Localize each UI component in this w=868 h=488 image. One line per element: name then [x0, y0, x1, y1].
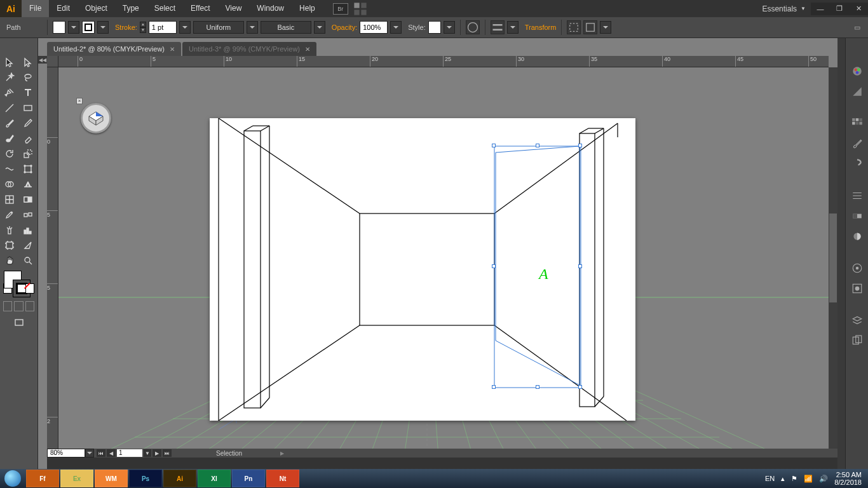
zoom-dropdown[interactable]	[85, 449, 94, 458]
menu-file[interactable]: File	[22, 0, 49, 17]
opacity-label[interactable]: Opacity:	[332, 24, 357, 31]
eraser-tool[interactable]	[19, 131, 38, 146]
close-icon[interactable]: ✕	[305, 46, 310, 53]
stroke-dropdown[interactable]	[97, 21, 109, 34]
taskbar-app-paint[interactable]: Pn	[232, 470, 265, 487]
rectangle-tool[interactable]	[19, 100, 38, 116]
draw-normal-icon[interactable]	[3, 301, 12, 311]
variable-width-dropdown[interactable]	[247, 21, 258, 34]
taskbar-app-photoshop[interactable]: Ps	[129, 470, 162, 487]
window-close[interactable]: ✕	[849, 3, 868, 15]
taskbar-app-explorer[interactable]: Ex	[60, 470, 93, 487]
taskbar-app-mediaplayer[interactable]: WM	[95, 470, 128, 487]
zoom-field[interactable]: 80%	[47, 449, 85, 458]
close-icon[interactable]: ✕	[170, 46, 175, 53]
scale-tool[interactable]	[19, 146, 38, 161]
draw-inside-icon[interactable]	[25, 301, 34, 311]
selection-handle[interactable]	[578, 264, 582, 268]
column-graph-tool[interactable]	[19, 222, 38, 238]
symbol-sprayer-tool[interactable]	[0, 222, 19, 238]
graphic-styles-panel-icon[interactable]	[850, 281, 865, 296]
selection-handle[interactable]	[492, 264, 496, 268]
selection-handle[interactable]	[536, 385, 539, 389]
menu-object[interactable]: Object	[78, 0, 115, 17]
tray-expand-icon[interactable]: ▴	[781, 475, 785, 483]
status-menu-icon[interactable]: ▶	[280, 451, 284, 456]
lasso-tool[interactable]	[19, 70, 38, 85]
selection-handle[interactable]	[578, 144, 582, 147]
magic-wand-tool[interactable]	[0, 70, 19, 85]
opacity-dropdown[interactable]	[390, 21, 402, 34]
symbols-panel-icon[interactable]	[850, 156, 865, 172]
edit-clip-icon[interactable]	[583, 20, 597, 34]
hand-tool[interactable]	[0, 253, 19, 268]
canvas-viewport[interactable]: A × ◆	[58, 67, 829, 449]
taskbar-app-firefox[interactable]: Ff	[26, 470, 59, 487]
menu-select[interactable]: Select	[147, 0, 183, 17]
taskbar-app-illustrator[interactable]: Ai	[163, 470, 196, 487]
stroke-label[interactable]: Stroke:	[115, 24, 137, 31]
stroke-weight-field[interactable]: 1 pt	[149, 21, 177, 34]
transform-label[interactable]: Transform	[525, 24, 557, 31]
volume-icon[interactable]: 🔊	[819, 475, 828, 483]
menu-help[interactable]: Help	[292, 0, 323, 17]
menu-edit[interactable]: Edit	[49, 0, 78, 17]
nav-prev-icon[interactable]: ◀	[107, 449, 116, 457]
draw-behind-icon[interactable]	[14, 301, 23, 311]
line-tool[interactable]	[0, 100, 19, 116]
color-panel-icon[interactable]	[850, 64, 865, 79]
variable-width-profile[interactable]: Uniform	[193, 21, 244, 34]
taskbar-app-excel[interactable]: Xl	[198, 470, 231, 487]
right-dock-edge[interactable]	[837, 38, 845, 469]
artboard-number-field[interactable]: 1	[117, 449, 142, 457]
graphic-style-swatch[interactable]	[428, 21, 441, 34]
isolate-icon[interactable]	[567, 20, 581, 34]
pen-tool[interactable]	[0, 85, 19, 100]
artboard[interactable]: A	[210, 118, 635, 421]
screen-mode-button[interactable]	[0, 316, 37, 329]
transparency-panel-icon[interactable]	[850, 229, 865, 244]
window-minimize[interactable]: —	[811, 3, 830, 15]
menu-window[interactable]: Window	[249, 0, 292, 17]
brush-dropdown[interactable]	[314, 21, 325, 34]
scrollbar-thumb[interactable]	[829, 214, 837, 302]
window-maximize[interactable]: ❐	[830, 3, 849, 15]
blend-tool[interactable]	[19, 207, 38, 222]
paintbrush-tool[interactable]	[0, 116, 19, 131]
nav-next-icon[interactable]: ▶	[153, 449, 161, 457]
letter-a-object[interactable]: A	[539, 266, 548, 283]
artboard-dropdown[interactable]: ▼	[144, 449, 151, 457]
controlbar-menu-icon[interactable]: ▭	[850, 20, 864, 34]
document-tab-1[interactable]: Untitled-2* @ 80% (CMYK/Preview) ✕	[47, 42, 181, 56]
document-tab-2[interactable]: Untitled-3* @ 99% (CMYK/Preview) ✕	[182, 42, 316, 56]
appearance-panel-icon[interactable]	[850, 261, 865, 276]
clip-dropdown[interactable]	[600, 21, 611, 34]
arrange-icon[interactable]	[353, 2, 367, 16]
artboards-panel-icon[interactable]	[850, 333, 865, 348]
mesh-tool[interactable]	[0, 192, 19, 207]
ruler-origin[interactable]	[47, 56, 58, 67]
pencil-tool[interactable]	[19, 116, 38, 131]
layers-panel-icon[interactable]	[850, 313, 865, 328]
swatches-panel-icon[interactable]	[850, 116, 865, 131]
horizontal-ruler[interactable]: 0 5 10 15 20 25 30 35 40 45 50	[58, 56, 829, 67]
gradient-tool[interactable]	[19, 192, 38, 207]
fill-dropdown[interactable]	[68, 21, 79, 34]
stroke-weight-down[interactable]: ▼	[140, 27, 146, 33]
nav-last-icon[interactable]: ⏭	[163, 449, 172, 457]
artboard-tool[interactable]	[0, 238, 19, 253]
action-center-icon[interactable]: ⚑	[791, 475, 797, 483]
stroke-weight-dropdown[interactable]	[179, 21, 191, 34]
rotate-tool[interactable]	[0, 146, 19, 161]
nav-first-icon[interactable]: ⏮	[97, 449, 105, 457]
network-icon[interactable]: 📶	[804, 475, 813, 483]
bridge-icon[interactable]: Br	[333, 3, 348, 15]
slice-tool[interactable]	[19, 238, 38, 253]
perspective-plane-widget[interactable]	[81, 103, 111, 133]
stroke-panel-icon[interactable]	[850, 188, 865, 203]
align-dropdown[interactable]	[507, 21, 519, 34]
pasteboard[interactable]: A × ◆	[58, 67, 829, 449]
free-transform-tool[interactable]	[19, 161, 38, 177]
menu-effect[interactable]: Effect	[183, 0, 217, 17]
start-button[interactable]	[0, 469, 25, 488]
